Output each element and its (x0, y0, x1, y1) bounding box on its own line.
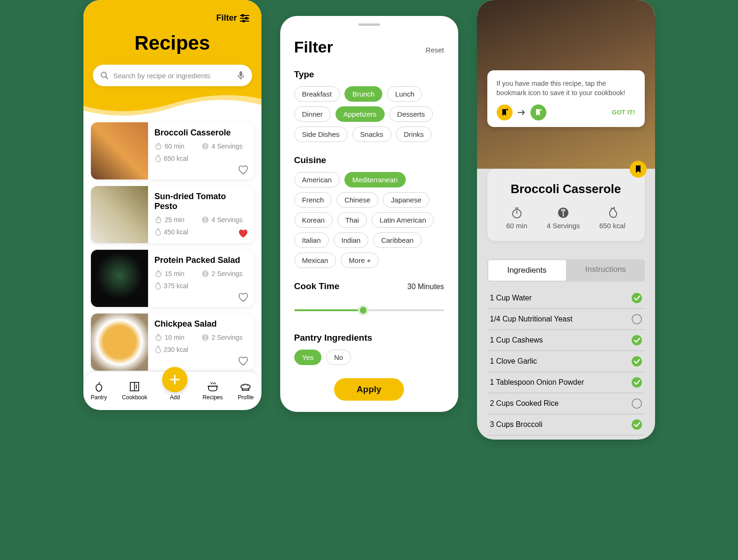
type-heading: Type (294, 69, 444, 80)
chip-cuisine[interactable]: Japanese (383, 192, 429, 208)
chip-pantry[interactable]: No (326, 350, 351, 365)
chip-type[interactable]: Drinks (396, 127, 432, 142)
recipe-card[interactable]: Broccoli Casserole 60 min 4 Servings 650… (91, 122, 254, 179)
recipe-thumbnail (91, 314, 148, 371)
stat-servings: 4 Servings (201, 142, 247, 150)
pantry-chips: YesNo (294, 350, 444, 365)
filter-button[interactable]: Filter (216, 13, 249, 23)
tab-pantry[interactable]: Pantry (90, 381, 107, 401)
stat-servings: 4 Servings (201, 216, 247, 224)
chip-cuisine[interactable]: French (294, 192, 332, 208)
tab-instructions[interactable]: Instructions (567, 259, 645, 282)
search-icon (100, 71, 109, 80)
chip-cuisine[interactable]: Mediterranean (344, 172, 406, 187)
chip-type[interactable]: Lunch (387, 86, 422, 102)
svg-point-47 (632, 356, 642, 366)
microphone-icon[interactable] (237, 71, 245, 80)
search-input[interactable] (113, 72, 232, 80)
chip-cuisine[interactable]: Chinese (336, 192, 378, 208)
tab-cookbook[interactable]: Cookbook (122, 381, 147, 401)
stat-calories: 650 kcal (599, 207, 626, 230)
svg-point-48 (632, 377, 642, 388)
chip-type[interactable]: Snacks (352, 127, 391, 142)
chip-type[interactable]: Brunch (344, 86, 383, 102)
search-bar[interactable] (93, 65, 252, 86)
ingredient-row[interactable]: 1 Tablespoon Onion Powder (487, 372, 645, 393)
svg-point-32 (136, 385, 137, 386)
cooktime-slider[interactable] (294, 301, 444, 320)
ingredient-row[interactable]: 1/4 Cup Nutritional Yeast (487, 309, 645, 330)
chip-cuisine[interactable]: Caribbean (373, 232, 421, 248)
ingredients-list: 1 Cup Water 1/4 Cup Nutritional Yeast 1 … (487, 288, 645, 435)
chip-cuisine[interactable]: Italian (294, 232, 329, 248)
chip-cuisine[interactable]: Indian (334, 232, 369, 248)
bookmark-button[interactable] (630, 161, 647, 178)
add-fab[interactable] (162, 367, 187, 392)
stat-calories: 650 kcal (155, 155, 193, 162)
cooktime-heading: Cook Time (294, 281, 340, 291)
chip-type[interactable]: Side Dishes (294, 127, 348, 142)
tab-ingredients[interactable]: Ingredients (488, 260, 566, 281)
reset-button[interactable]: Reset (425, 46, 444, 54)
stat-time: 60 min (155, 142, 193, 150)
chip-type[interactable]: Dinner (294, 106, 331, 122)
apple-icon (93, 381, 104, 392)
ingredient-row[interactable]: 1 Cup Water (487, 288, 645, 309)
filter-title: Filter (294, 38, 333, 56)
slider-knob[interactable] (358, 305, 368, 315)
apply-button[interactable]: Apply (334, 378, 404, 401)
recipe-list: Broccoli Casserole 60 min 4 Servings 650… (83, 119, 261, 371)
ingredient-row[interactable]: 2 Cups Cooked Rice (487, 393, 645, 414)
ingredient-row[interactable]: 1 Clove Garlic (487, 351, 645, 372)
chip-pantry[interactable]: Yes (294, 350, 321, 365)
ingredient-row[interactable]: 1 Cup Cashews (487, 330, 645, 351)
ingredient-row[interactable]: 3 Cups Broccoli (487, 414, 645, 435)
chip-cuisine[interactable]: Mexican (294, 253, 336, 268)
recipe-name: Chickpea Salad (155, 319, 247, 329)
chip-type[interactable]: Appetizers (335, 106, 385, 122)
chip-cuisine[interactable]: Thai (337, 212, 367, 228)
recipe-hero-image: If you have made this recipe, tap the bo… (477, 0, 655, 169)
ingredient-label: 3 Cups Broccoli (490, 420, 543, 429)
gotit-button[interactable]: GOT IT! (612, 109, 635, 116)
favorite-button[interactable] (238, 165, 248, 175)
svg-point-44 (632, 293, 642, 303)
recipe-name: Sun-dried Tomato Pesto (155, 192, 247, 211)
chip-type[interactable]: Desserts (389, 106, 433, 122)
recipe-stats-row: 60 min 4 Servings 650 kcal (497, 207, 635, 230)
chip-cuisine[interactable]: More + (341, 253, 379, 268)
timer-icon (155, 270, 162, 277)
flame-icon (155, 228, 161, 236)
timer-icon (155, 216, 162, 224)
stat-value: 60 min (506, 222, 527, 230)
stat-servings: 4 Servings (547, 207, 580, 230)
favorite-button[interactable] (238, 229, 248, 239)
stat-servings: 2 Servings (201, 270, 247, 277)
chip-cuisine[interactable]: Latin American (372, 212, 434, 228)
favorite-button[interactable] (238, 357, 248, 366)
bookmark-green-icon (530, 105, 546, 120)
fork-plate-icon (201, 142, 209, 150)
bookmark-yellow-icon (497, 105, 513, 120)
bookmark-icon (634, 165, 642, 173)
ingredient-label: 1 Cup Cashews (490, 336, 543, 344)
flame-icon (155, 155, 161, 162)
timer-icon (155, 142, 162, 150)
recipe-card[interactable]: Sun-dried Tomato Pesto 25 min 4 Servings… (91, 186, 254, 243)
check-icon (632, 335, 642, 345)
tab-add[interactable]: Add (162, 381, 187, 401)
check-icon (632, 419, 642, 430)
cuisine-chips: AmericanMediterraneanFrenchChineseJapane… (294, 172, 444, 268)
chip-cuisine[interactable]: American (294, 172, 340, 187)
recipe-card[interactable]: Chickpea Salad 10 min 2 Servings 230 kca… (91, 314, 254, 371)
favorite-button[interactable] (238, 293, 248, 302)
tab-label: Recipes (202, 394, 223, 401)
pot-icon (207, 381, 219, 392)
tab-profile[interactable]: Profile (238, 381, 253, 401)
book-icon (129, 381, 140, 392)
chip-type[interactable]: Breakfast (294, 86, 340, 102)
tab-recipes[interactable]: Recipes (202, 381, 223, 401)
check-icon (632, 377, 642, 388)
chip-cuisine[interactable]: Korean (294, 212, 333, 228)
recipe-card[interactable]: Protein Packed Salad 15 min 2 Servings 3… (91, 250, 254, 307)
